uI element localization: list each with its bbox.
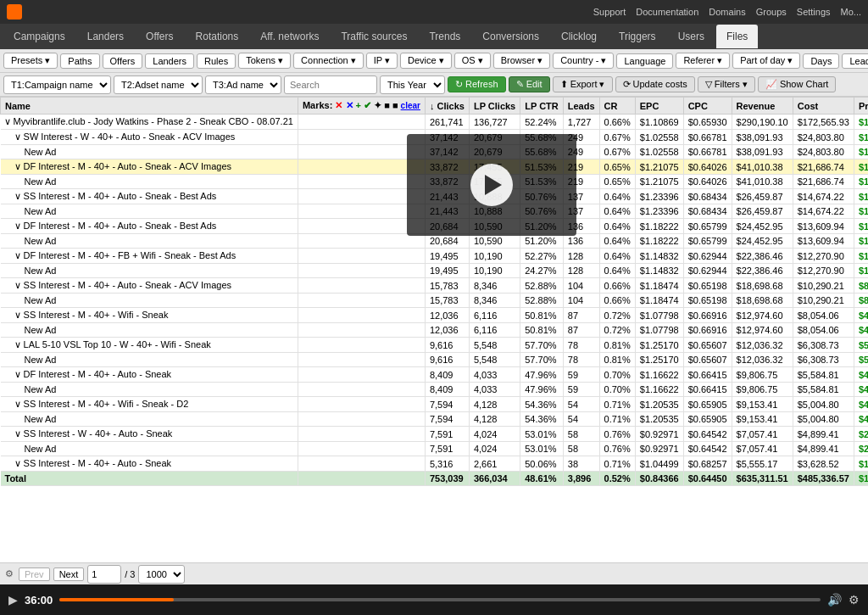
show-chart-button[interactable]: 📈 Show Chart [758,76,837,92]
cell-name: ∨ SS Interest - M - 40+ - Wifi - Sneak [1,308,298,323]
col-cr: CR [599,98,635,115]
cell-clicks: 7,591 [425,427,469,442]
col-leads: Leads [563,98,599,115]
cell-marks [298,353,425,367]
tab-clicklog[interactable]: Clicklog [551,25,607,48]
paths-button[interactable]: Paths [60,53,99,69]
domains-link[interactable]: Domains [709,7,745,17]
cell-clicks: 12,036 [425,323,469,338]
video-progress-bar[interactable] [59,598,821,601]
table-row: ∨ DF Interest - M - 40+ - Auto - Sneak 8… [1,367,869,383]
cell-revenue: $41,010.38 [732,175,793,189]
total-profit: $149,974.94 [854,472,868,486]
settings-video-icon[interactable]: ⚙ [849,593,860,607]
update-costs-button[interactable]: ⟳ Update costs [615,76,695,92]
cell-marks [298,442,425,456]
country-button[interactable]: Country - [553,53,614,69]
cell-marks [298,204,425,219]
part-of-day-button[interactable]: Part of day [732,53,800,69]
cell-revenue: $18,698.68 [732,294,793,308]
play-pause-icon[interactable]: ▶ [8,593,18,607]
cell-epc: $1.04499 [635,456,683,472]
tab-offers[interactable]: Offers [136,25,183,48]
cell-profit: $5,727.59 [854,353,868,367]
table-row: ∨ Myvibrantlife.club - Jody Watkins - Ph… [1,115,869,130]
per-page-select[interactable]: 1000 500 250 [138,565,185,584]
cell-cost: $13,609.94 [793,219,854,234]
tab-triggers[interactable]: Triggers [609,25,666,48]
cell-name: ∨ SS Interest - W - 40+ - Auto - Sneak [1,427,298,442]
total-cost: $485,336.57 [793,472,854,486]
landers-button[interactable]: Landers [145,53,194,69]
volume-icon[interactable]: 🔊 [827,593,842,607]
referer-button[interactable]: Referer [676,53,730,69]
connection-button[interactable]: Connection [293,53,364,69]
groups-link[interactable]: Groups [756,7,787,17]
refresh-button[interactable]: ↻ Refresh [448,76,506,92]
cell-lp-ctr: 54.36% [520,412,564,427]
cell-lp-ctr: 52.88% [520,294,564,308]
next-button[interactable]: Next [53,567,85,581]
t3-select[interactable]: T3:Ad name [205,75,281,94]
edit-button[interactable]: ✎ Edit [509,76,550,92]
tab-aff-networks[interactable]: Aff. networks [250,25,329,48]
offers-button[interactable]: Offers [103,53,143,69]
cell-epc: $1.16622 [635,367,683,383]
cell-name: ∨ SS Interest - M - 40+ - Auto - Sneak -… [1,189,298,204]
cell-name: ∨ SS Interest - M - 40+ - Wifi - Sneak -… [1,397,298,412]
date-period-select[interactable]: This Year [380,75,445,94]
prev-button[interactable]: Prev [19,567,50,581]
cell-cr: 0.81% [599,338,635,353]
tab-conversions[interactable]: Conversions [472,25,549,48]
cell-epc: $1.18222 [635,219,683,234]
clear-marks-link[interactable]: clear [401,101,420,110]
cell-clicks: 8,409 [425,383,469,397]
days-button[interactable]: Days [803,53,839,69]
tab-rotations[interactable]: Rotations [186,25,249,48]
cell-marks [298,264,425,278]
rules-button[interactable]: Rules [197,53,236,69]
cell-cpc: $0.65905 [683,412,732,427]
device-button[interactable]: Device [400,53,452,69]
cell-profit: $10,115.56 [854,264,868,278]
cell-lp-clicks: 8,346 [469,278,520,294]
cell-lp-ctr: 52.27% [520,249,564,264]
os-button[interactable]: OS [454,53,491,69]
tab-users[interactable]: Users [668,25,715,48]
settings-link[interactable]: Settings [797,7,831,17]
cell-cpc: $0.65799 [683,234,732,249]
support-link[interactable]: Support [593,7,626,17]
cell-cost: $12,270.90 [793,249,854,264]
t2-select[interactable]: T2:Adset name [114,75,203,94]
browser-button[interactable]: Browser [493,53,550,69]
tab-landers[interactable]: Landers [77,25,134,48]
tab-campaigns[interactable]: Campaigns [3,25,75,48]
table-row: New Ad 8,409 4,033 47.96% 59 0.70% $1.16… [1,383,869,397]
top-nav-links: Support Documentation Domains Groups Set… [593,7,861,17]
language-button[interactable]: Language [616,53,673,69]
video-play-button[interactable] [470,164,513,206]
tokens-button[interactable]: Tokens [238,53,291,69]
video-overlay [407,134,576,236]
tab-traffic-sources[interactable]: Traffic sources [331,25,417,48]
t1-select[interactable]: T1:Campaign name [3,75,111,94]
cell-cr: 0.64% [599,234,635,249]
settings-icon[interactable]: ⚙ [5,568,14,579]
tab-files[interactable]: Files [716,25,758,48]
search-input[interactable] [284,75,377,94]
leads-button[interactable]: Leads [842,53,868,69]
ip-button[interactable]: IP [366,53,398,69]
page-input[interactable] [87,565,121,584]
cell-lp-ctr: 47.96% [520,367,564,383]
presets-button[interactable]: Presets [3,53,58,69]
cell-cpc: $0.66415 [683,383,732,397]
table-row: ∨ SS Interest - M - 40+ - Auto - Sneak -… [1,278,869,294]
filters-button[interactable]: ▽ Filters ▾ [698,76,755,92]
more-link[interactable]: Mo... [841,7,861,17]
content-area: Presets Paths Offers Landers Rules Token… [0,49,868,584]
documentation-link[interactable]: Documentation [636,7,698,17]
cell-epc: $1.20535 [635,397,683,412]
export-button[interactable]: ⬆ Export ▾ [553,76,613,92]
tab-trends[interactable]: Trends [419,25,470,48]
cell-cpc: $0.66916 [683,323,732,338]
